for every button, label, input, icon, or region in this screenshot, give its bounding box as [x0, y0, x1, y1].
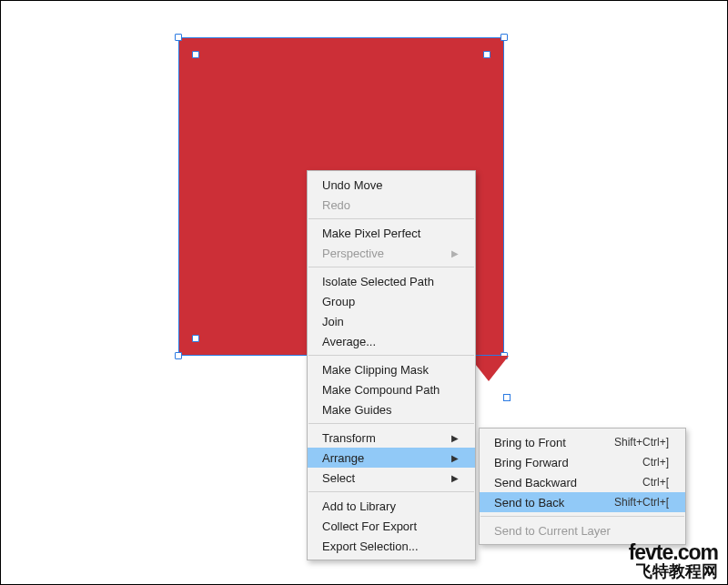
menu-select[interactable]: Select▶	[308, 468, 475, 488]
menu-label: Select	[322, 471, 355, 485]
menu-add-library[interactable]: Add to Library	[308, 496, 475, 516]
submenu-arrow-icon: ▶	[451, 473, 459, 483]
menu-label: Perspective	[322, 247, 384, 260]
selection-handle-tr	[500, 34, 508, 41]
watermark-domain: fevte.com	[629, 541, 718, 563]
menu-compound-path[interactable]: Make Compound Path	[308, 379, 475, 399]
submenu-arrow-icon: ▶	[451, 248, 459, 258]
menu-join[interactable]: Join	[308, 311, 475, 331]
menu-shortcut: Shift+Ctrl+]	[614, 436, 669, 449]
menu-label: Send to Back	[494, 496, 564, 509]
menu-clipping-mask[interactable]: Make Clipping Mask	[308, 359, 475, 379]
submenu-send-back[interactable]: Send to Back Shift+Ctrl+[	[480, 492, 685, 512]
menu-isolate[interactable]: Isolate Selected Path	[308, 271, 475, 291]
menu-label: Group	[322, 295, 355, 308]
menu-separator	[308, 355, 474, 356]
anchor-point	[483, 51, 490, 58]
selection-handle-bl	[175, 352, 182, 359]
anchor-point	[503, 394, 511, 401]
menu-label: Bring to Front	[494, 436, 566, 449]
menu-label: Isolate Selected Path	[322, 275, 434, 288]
menu-pixel-perfect[interactable]: Make Pixel Perfect	[308, 223, 475, 243]
menu-shortcut: Shift+Ctrl+[	[614, 496, 669, 509]
menu-label: Export Selection...	[322, 540, 419, 553]
canvas-area[interactable]: Undo Move Redo Make Pixel Perfect Perspe…	[1, 1, 727, 584]
menu-label: Redo	[322, 198, 350, 212]
submenu-bring-forward[interactable]: Bring Forward Ctrl+]	[480, 452, 685, 472]
watermark-zh: 飞特教程网	[629, 563, 718, 580]
submenu-arrow-icon: ▶	[451, 433, 459, 443]
menu-label: Add to Library	[322, 499, 396, 513]
arrange-submenu: Bring to Front Shift+Ctrl+] Bring Forwar…	[479, 428, 686, 545]
anchor-point	[192, 335, 199, 342]
menu-make-guides[interactable]: Make Guides	[308, 399, 475, 419]
menu-label: Make Guides	[322, 403, 392, 417]
menu-group[interactable]: Group	[308, 291, 475, 311]
menu-label: Join	[322, 315, 344, 328]
menu-separator	[308, 218, 474, 219]
menu-separator	[480, 516, 684, 517]
menu-label: Make Compound Path	[322, 383, 440, 397]
menu-label: Send to Current Layer	[494, 524, 611, 538]
menu-label: Make Pixel Perfect	[322, 227, 420, 240]
submenu-bring-front[interactable]: Bring to Front Shift+Ctrl+]	[480, 432, 685, 452]
submenu-send-backward[interactable]: Send Backward Ctrl+[	[480, 472, 685, 492]
anchor-point	[192, 51, 199, 58]
menu-label: Bring Forward	[494, 456, 569, 469]
menu-separator	[308, 491, 474, 492]
submenu-send-current-layer: Send to Current Layer	[480, 520, 685, 540]
menu-label: Transform	[322, 431, 376, 445]
menu-separator	[308, 423, 474, 424]
menu-label: Make Clipping Mask	[322, 363, 429, 377]
menu-shortcut: Ctrl+]	[642, 456, 669, 469]
menu-label: Arrange	[322, 451, 364, 465]
selection-handle-tl	[175, 34, 182, 41]
submenu-arrow-icon: ▶	[451, 453, 459, 463]
menu-transform[interactable]: Transform▶	[308, 428, 475, 448]
menu-export-selection[interactable]: Export Selection...	[308, 536, 475, 556]
menu-label: Send Backward	[494, 476, 577, 489]
menu-perspective: Perspective▶	[308, 243, 475, 263]
menu-label: Collect For Export	[322, 519, 417, 533]
menu-label: Undo Move	[322, 178, 382, 192]
menu-undo[interactable]: Undo Move	[308, 175, 475, 195]
menu-arrange[interactable]: Arrange▶	[308, 448, 475, 468]
menu-collect-export[interactable]: Collect For Export	[308, 516, 475, 536]
menu-label: Average...	[322, 335, 376, 348]
watermark: fevte.com 飞特教程网	[629, 541, 718, 580]
menu-separator	[308, 267, 474, 267]
context-menu: Undo Move Redo Make Pixel Perfect Perspe…	[307, 170, 476, 560]
menu-redo: Redo	[308, 195, 475, 215]
menu-average[interactable]: Average...	[308, 331, 475, 351]
menu-shortcut: Ctrl+[	[642, 476, 669, 489]
